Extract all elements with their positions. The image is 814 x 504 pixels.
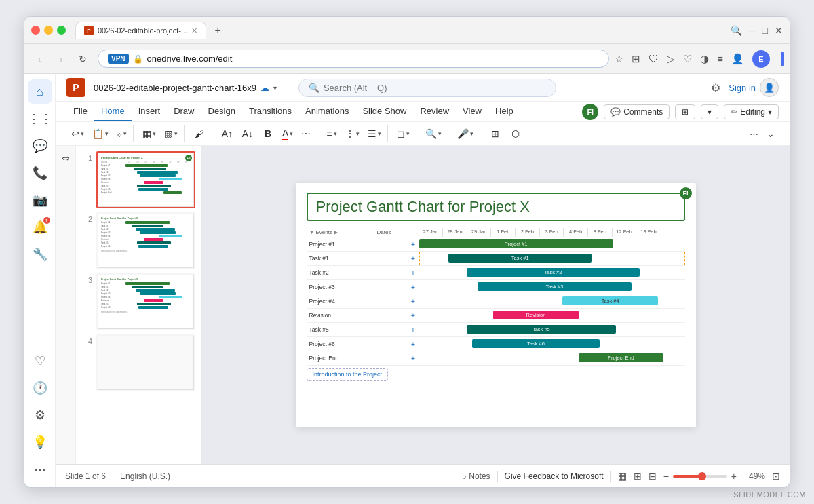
edge-sidebar-toggle[interactable] [781, 52, 784, 66]
close-icon[interactable]: ✕ [775, 25, 783, 36]
decrease-font-button[interactable]: A↓ [238, 125, 257, 142]
menu-icon[interactable]: ≡ [717, 53, 723, 64]
slide-thumb-img-4[interactable] [96, 334, 195, 391]
gantt-row-task1[interactable]: Task #1 + Task #1 [307, 252, 685, 266]
sign-in-button[interactable]: Sign in 👤 [729, 78, 779, 97]
bullets-button[interactable]: ≡▾ [323, 125, 340, 142]
shield-icon[interactable]: 🛡 [648, 53, 659, 64]
sidebar-home-button[interactable]: ⌂ [28, 79, 52, 104]
gantt-add-project3[interactable]: + [408, 280, 419, 294]
present-dropdown[interactable]: ▾ [701, 104, 718, 119]
cloud-save-icon[interactable]: ☁ [260, 83, 269, 93]
office-search-input[interactable] [324, 83, 546, 93]
slide-thumb-2[interactable]: 2 Project Gantt Chart for Project X Proj… [81, 212, 195, 269]
sidebar-discover-icon[interactable]: 💡 [28, 430, 52, 454]
main-slide-canvas-area[interactable]: FI Project Gantt Chart for Project X ▼ E… [201, 146, 790, 464]
view-normal-icon[interactable]: ▦ [618, 471, 627, 482]
menu-transitions[interactable]: Transitions [242, 102, 298, 121]
zoom-minus-button[interactable]: − [663, 471, 669, 482]
url-bar[interactable]: VPN 🔒 onedrive.live.com/edit [98, 50, 609, 68]
layout-button[interactable]: ▦▾ [139, 125, 159, 142]
close-window-button[interactable] [31, 26, 40, 35]
numbering-button[interactable]: ⋮▾ [342, 125, 363, 142]
sidebar-notification-icon[interactable]: 🔔1 [28, 215, 52, 239]
doc-menu-chevron[interactable]: ▾ [273, 84, 277, 92]
gantt-add-revision[interactable]: + [408, 309, 419, 322]
feedback-button[interactable]: Give Feedback to Microsoft [505, 471, 604, 481]
sidebar-tools-icon[interactable]: 🔧 [28, 242, 52, 267]
gantt-row-project4[interactable]: Project #4 + Task #4 [307, 294, 685, 309]
menu-view[interactable]: View [456, 102, 488, 121]
slide-thumb-img-3[interactable]: Project Gantt Chart for Project X Projec… [96, 273, 195, 330]
gantt-row-project-end[interactable]: Project End + Project End [307, 351, 685, 366]
forward-button[interactable]: › [52, 50, 71, 69]
slide-title-box[interactable]: Project Gantt Chart for Project X [307, 193, 685, 221]
menu-animations[interactable]: Animations [298, 102, 355, 121]
gantt-add-task1[interactable]: + [408, 252, 419, 265]
gantt-add-project6[interactable]: + [408, 337, 419, 351]
sidebar-messenger-icon[interactable]: 💬 [28, 134, 52, 158]
slide-thumb-img-1[interactable]: FI Project Gantt Chart for Project X Eve… [96, 151, 195, 208]
apps-button[interactable]: ⊞ [486, 125, 505, 142]
view-slide-sorter-icon[interactable]: ⊟ [648, 471, 657, 482]
zoom-slider-thumb[interactable] [698, 472, 706, 480]
heart-icon[interactable]: ♡ [683, 53, 692, 65]
sidebar-history-icon[interactable]: 🕐 [28, 376, 52, 400]
slide-thumb-4[interactable]: 4 [81, 334, 195, 391]
zoom-slider[interactable] [673, 475, 727, 478]
slide-thumb-3[interactable]: 3 Project Gantt Chart for Project X Proj… [81, 273, 195, 330]
menu-insert[interactable]: Insert [132, 102, 168, 121]
gantt-row-project3[interactable]: Project #3 + Task #3 [307, 280, 685, 294]
browser-tab-active[interactable]: P 0026-02-editable-project-... ✕ [75, 22, 206, 39]
menu-home[interactable]: Home [94, 102, 132, 121]
contrast-icon[interactable]: ◑ [700, 53, 709, 65]
toolbar-expand-button[interactable]: ⌄ [761, 125, 780, 142]
undo-button[interactable]: ↩▾ [68, 125, 88, 142]
paste-special-button[interactable]: ⬦▾ [113, 125, 130, 142]
toolbar-more-button[interactable]: ⋯ [750, 129, 758, 139]
sidebar-favorites-icon[interactable]: ♡ [28, 349, 52, 373]
menu-design[interactable]: Design [201, 102, 242, 121]
view-outline-icon[interactable]: ⊞ [634, 471, 642, 482]
profile-avatar[interactable]: 👤 [760, 78, 779, 97]
increase-font-button[interactable]: A↑ [218, 125, 237, 142]
search-browser-icon[interactable]: 🔍 [731, 25, 742, 36]
slide-wrapper[interactable]: FI Project Gantt Chart for Project X ▼ E… [296, 183, 696, 427]
intro-text[interactable]: Introduction to the Project [307, 368, 389, 381]
tab-close-button[interactable]: ✕ [191, 26, 197, 35]
play-icon[interactable]: ▷ [667, 53, 675, 65]
editing-button[interactable]: ✏ Editing ▾ [724, 104, 779, 119]
account-icon[interactable]: 👤 [731, 53, 744, 65]
designer-button[interactable]: ⬡ [506, 125, 525, 142]
menu-review[interactable]: Review [413, 102, 456, 121]
menu-file[interactable]: File [66, 102, 94, 121]
align-button[interactable]: ☰▾ [364, 125, 385, 142]
slide-thumb-img-2[interactable]: Project Gantt Chart for Project X Projec… [96, 212, 195, 269]
sidebar-instagram-icon[interactable]: 📷 [28, 188, 52, 212]
panel-toggle-button[interactable]: ⇔ [62, 153, 70, 163]
gantt-add-task2[interactable]: + [408, 266, 419, 279]
refresh-button[interactable]: ↻ [73, 50, 92, 69]
shapes-button[interactable]: ◻▾ [393, 125, 413, 142]
gantt-row-revision[interactable]: Revision + Revision [307, 309, 685, 323]
slide-section-button[interactable]: ▨▾ [161, 125, 181, 142]
gantt-add-projectend[interactable]: + [408, 351, 419, 365]
font-color-button[interactable]: A▾ [279, 125, 296, 142]
maximize-window-button[interactable] [57, 26, 66, 35]
new-tab-button[interactable]: + [209, 22, 227, 39]
voice-button[interactable]: 🎤▾ [454, 125, 477, 142]
slide-thumb-1[interactable]: 1 FI Project Gantt Chart for Project X E… [81, 151, 195, 208]
more-text-button[interactable]: ⋯ [298, 125, 314, 142]
comments-button[interactable]: 💬 Comments [604, 104, 670, 119]
zoom-level[interactable]: 49% [743, 471, 765, 481]
menu-draw[interactable]: Draw [167, 102, 201, 121]
edge-profile-button[interactable]: E [752, 50, 770, 68]
bold-button[interactable]: B [258, 125, 277, 142]
gantt-add-task5[interactable]: + [408, 323, 419, 336]
menu-slideshow[interactable]: Slide Show [355, 102, 413, 121]
find-button[interactable]: 🔍▾ [422, 125, 445, 142]
office-search-bar[interactable]: 🔍 [298, 79, 556, 97]
sidebar-more-icon[interactable]: ⋯ [28, 457, 52, 482]
restore-icon[interactable]: □ [762, 25, 768, 36]
notes-button[interactable]: ♪ Notes [463, 471, 490, 481]
